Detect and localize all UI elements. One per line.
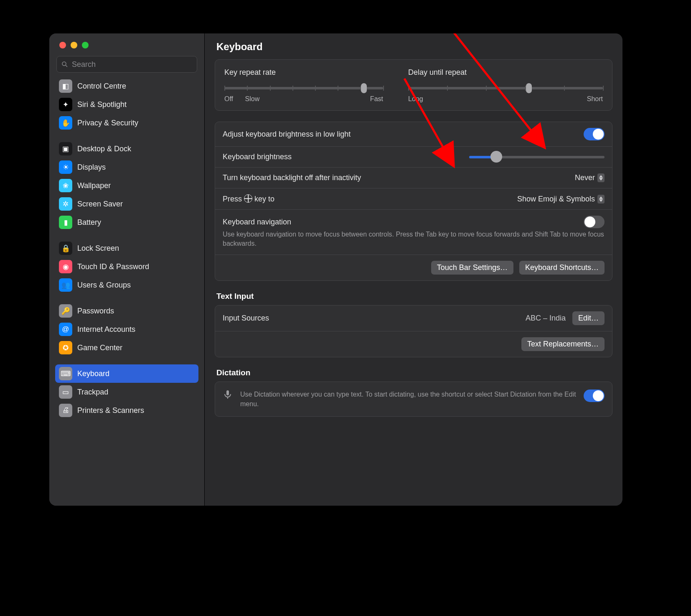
search-field[interactable] — [56, 56, 197, 73]
keyboard-nav-toggle[interactable] — [584, 216, 605, 228]
sidebar-item-label: Users & Groups — [77, 281, 131, 290]
sidebar-item-label: Internet Accounts — [77, 325, 135, 334]
delay-repeat-slider[interactable] — [408, 87, 603, 89]
sidebar-item-printers-scanners[interactable]: 🖨Printers & Scanners — [55, 401, 198, 420]
sidebar-item-label: Passwords — [77, 307, 114, 316]
text-input-panel: Input Sources ABC – India Edit… Text Rep… — [215, 305, 612, 357]
dictation-desc: Use Dictation wherever you can type text… — [240, 389, 576, 409]
sidebar-icon: ▣ — [59, 142, 72, 155]
sidebar-icon: 🖨 — [59, 404, 72, 417]
sidebar-item-siri-spotlight[interactable]: ✦Siri & Spotlight — [55, 95, 198, 114]
globe-key-select[interactable]: Show Emoji & Symbols — [517, 195, 605, 204]
stepper-icon — [597, 173, 605, 182]
sidebar-item-lock-screen[interactable]: 🔒Lock Screen — [55, 239, 198, 257]
backlight-off-label: Turn keyboard backlight off after inacti… — [223, 173, 361, 182]
sidebar-item-label: Screen Saver — [77, 200, 123, 209]
repeat-panel: Key repeat rate Off Slow Fast Delay unti… — [215, 59, 612, 111]
sidebar-item-game-center[interactable]: ✪Game Center — [55, 339, 198, 357]
touch-bar-settings-button[interactable]: Touch Bar Settings… — [431, 261, 513, 275]
system-settings-window: ◧Control Centre✦Siri & Spotlight✋Privacy… — [49, 33, 622, 506]
text-input-heading: Text Input — [215, 292, 612, 305]
key-repeat-label-slow: Slow — [245, 95, 260, 103]
sidebar-icon: ⌨ — [59, 367, 72, 380]
keyboard-nav-label: Keyboard navigation — [223, 218, 291, 227]
sidebar-icon: ✲ — [59, 197, 72, 211]
dictation-panel: Use Dictation wherever you can type text… — [215, 382, 612, 417]
sidebar-item-displays[interactable]: ☀Displays — [55, 158, 198, 176]
adjust-low-light-toggle[interactable] — [584, 128, 605, 140]
sidebar-item-label: Wallpaper — [77, 181, 111, 190]
sidebar-item-desktop-dock[interactable]: ▣Desktop & Dock — [55, 140, 198, 158]
sidebar-icon: ✦ — [59, 98, 72, 111]
delay-repeat-title: Delay until repeat — [408, 68, 603, 77]
delay-repeat-label-long: Long — [408, 95, 423, 103]
globe-key-label: Press key to — [223, 194, 274, 204]
svg-point-0 — [62, 62, 66, 66]
sidebar-icon: 👥 — [59, 278, 72, 292]
keyboard-brightness-slider[interactable] — [469, 156, 605, 158]
input-sources-value: ABC – India — [526, 314, 566, 323]
keyboard-settings-panel: Adjust keyboard brightness in low light … — [215, 122, 612, 281]
delay-repeat-label-short: Short — [587, 95, 603, 103]
keyboard-shortcuts-button[interactable]: Keyboard Shortcuts… — [519, 261, 605, 275]
sidebar-item-wallpaper[interactable]: ❀Wallpaper — [55, 176, 198, 195]
key-repeat-label-off: Off — [224, 95, 233, 103]
sidebar-item-label: Printers & Scanners — [77, 406, 144, 415]
sidebar: ◧Control Centre✦Siri & Spotlight✋Privacy… — [49, 33, 205, 506]
sidebar-item-label: Trackpad — [77, 388, 108, 397]
sidebar-item-label: Desktop & Dock — [77, 145, 131, 153]
sidebar-icon: 🔑 — [59, 304, 72, 318]
key-repeat-slider[interactable] — [224, 87, 383, 89]
sidebar-item-battery[interactable]: ▮Battery — [55, 213, 198, 232]
backlight-off-value: Never — [575, 173, 595, 182]
content-pane: Keyboard Key repeat rate Off Slow Fast D… — [205, 33, 622, 506]
page-title: Keyboard — [215, 33, 612, 59]
sidebar-item-label: Lock Screen — [77, 244, 119, 253]
input-sources-edit-button[interactable]: Edit… — [572, 311, 605, 325]
globe-key-value: Show Emoji & Symbols — [517, 195, 595, 204]
sidebar-item-label: Siri & Spotlight — [77, 100, 127, 109]
sidebar-icon: ◉ — [59, 260, 72, 273]
search-icon — [61, 61, 69, 68]
sidebar-item-label: Control Centre — [77, 82, 126, 91]
sidebar-item-users-groups[interactable]: 👥Users & Groups — [55, 276, 198, 294]
close-window-button[interactable] — [59, 42, 66, 48]
text-replacements-button[interactable]: Text Replacements… — [521, 337, 605, 351]
sidebar-item-keyboard[interactable]: ⌨Keyboard — [55, 364, 198, 383]
sidebar-icon: ❀ — [59, 179, 72, 192]
sidebar-item-label: Touch ID & Password — [77, 262, 149, 271]
sidebar-icon: @ — [59, 323, 72, 336]
minimize-window-button[interactable] — [71, 42, 77, 48]
keyboard-brightness-label: Keyboard brightness — [223, 153, 292, 161]
sidebar-list: ◧Control Centre✦Siri & Spotlight✋Privacy… — [49, 77, 204, 506]
sidebar-item-screen-saver[interactable]: ✲Screen Saver — [55, 195, 198, 213]
stepper-icon — [597, 195, 605, 204]
sidebar-icon: ✋ — [59, 116, 72, 130]
svg-line-1 — [66, 65, 67, 67]
search-input[interactable] — [72, 60, 193, 69]
microphone-icon — [223, 389, 233, 400]
sidebar-icon: 🔒 — [59, 242, 72, 255]
key-repeat-label-fast: Fast — [370, 95, 383, 103]
svg-rect-2 — [226, 390, 229, 395]
sidebar-item-passwords[interactable]: 🔑Passwords — [55, 302, 198, 320]
window-controls — [49, 33, 204, 48]
dictation-toggle[interactable] — [584, 389, 605, 402]
sidebar-item-privacy-security[interactable]: ✋Privacy & Security — [55, 114, 198, 132]
sidebar-item-touch-id-password[interactable]: ◉Touch ID & Password — [55, 257, 198, 276]
keyboard-nav-desc: Use keyboard navigation to move focus be… — [223, 230, 605, 249]
sidebar-item-label: Keyboard — [77, 369, 109, 378]
backlight-off-select[interactable]: Never — [575, 173, 605, 182]
sidebar-item-label: Privacy & Security — [77, 119, 138, 127]
sidebar-item-control-centre[interactable]: ◧Control Centre — [55, 77, 198, 95]
globe-icon — [244, 194, 252, 203]
sidebar-item-trackpad[interactable]: ▭Trackpad — [55, 383, 198, 401]
sidebar-item-label: Game Center — [77, 344, 122, 352]
zoom-window-button[interactable] — [82, 42, 89, 48]
sidebar-icon: ☀ — [59, 160, 72, 174]
sidebar-item-internet-accounts[interactable]: @Internet Accounts — [55, 320, 198, 339]
sidebar-icon: ▭ — [59, 385, 72, 399]
key-repeat-title: Key repeat rate — [224, 68, 383, 77]
sidebar-icon: ▮ — [59, 216, 72, 229]
adjust-low-light-label: Adjust keyboard brightness in low light — [223, 130, 351, 139]
